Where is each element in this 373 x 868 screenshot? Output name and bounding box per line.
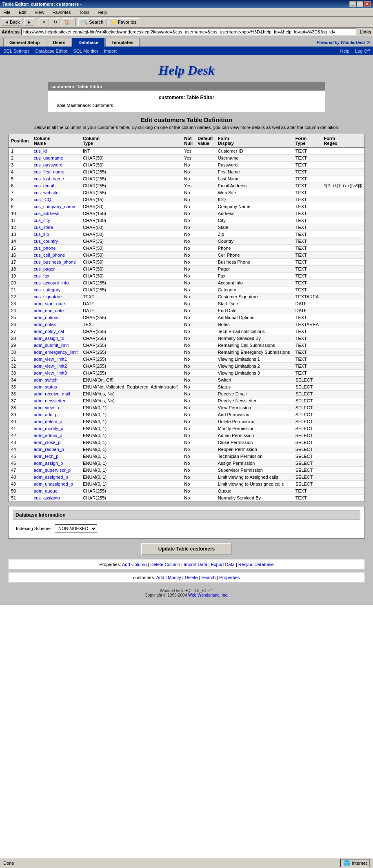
- tab-templates[interactable]: Templates: [105, 38, 140, 47]
- close-button[interactable]: ✕: [364, 1, 371, 7]
- resync-database-link[interactable]: Resync Database: [238, 562, 274, 567]
- delete-column-link[interactable]: Delete Column: [151, 562, 180, 567]
- column-link[interactable]: cus_signature: [34, 294, 62, 299]
- column-link[interactable]: cus_pager: [34, 266, 55, 271]
- footer-link[interactable]: Web Wonderland, Inc.: [188, 593, 229, 597]
- stop-button[interactable]: ✕: [40, 18, 49, 26]
- table-row: 24 adm_end_date DATE No End Date DATE: [9, 307, 364, 314]
- column-link[interactable]: adm_add_p: [34, 412, 58, 417]
- tab-users[interactable]: Users: [47, 38, 72, 47]
- column-link[interactable]: cus_cell_phone: [34, 253, 65, 258]
- column-link[interactable]: adm_queue: [34, 488, 58, 493]
- column-link[interactable]: adm_switch: [34, 377, 58, 382]
- column-link[interactable]: adm_newsletter: [34, 398, 66, 403]
- menu-file[interactable]: File: [2, 9, 12, 16]
- tab-database[interactable]: Database: [72, 38, 104, 47]
- column-link[interactable]: cus_city: [34, 218, 50, 223]
- column-link[interactable]: adm_assign_p: [34, 461, 63, 466]
- column-link[interactable]: cus_zip: [34, 232, 49, 237]
- column-link[interactable]: adm_view_limit2: [34, 364, 67, 369]
- subnav-database-editor[interactable]: Database Editor: [35, 49, 67, 53]
- maximize-button[interactable]: □: [357, 1, 363, 7]
- menu-help[interactable]: Help: [96, 9, 109, 16]
- export-data-link[interactable]: Export Data: [211, 562, 235, 567]
- column-link[interactable]: adm_status: [34, 384, 57, 389]
- column-link[interactable]: cus_country: [34, 239, 58, 244]
- column-link[interactable]: adm_assign_to: [34, 336, 64, 341]
- customers-add-link[interactable]: Add: [156, 575, 164, 580]
- column-link[interactable]: adm_reopen_p: [34, 447, 64, 452]
- column-link[interactable]: cus_id: [34, 149, 47, 153]
- column-link[interactable]: adm_close_p: [34, 440, 60, 445]
- column-link[interactable]: adm_start_date: [34, 301, 65, 306]
- column-link[interactable]: adm_modify_p: [34, 426, 63, 431]
- column-link[interactable]: adm_submit_limit: [34, 343, 69, 348]
- column-link[interactable]: adm_tech_p: [34, 454, 59, 459]
- column-link[interactable]: adm_admin_p: [34, 433, 62, 438]
- column-link[interactable]: adm_options: [34, 315, 60, 320]
- cell-position: 2: [9, 155, 31, 162]
- cell-not-null: No: [182, 370, 195, 377]
- subnav-help[interactable]: Help: [340, 49, 349, 53]
- column-link[interactable]: adm_delete_p: [34, 419, 62, 424]
- indexing-select[interactable]: NONINDEXED INDEXED: [55, 524, 97, 533]
- column-link[interactable]: cus_email: [34, 183, 54, 188]
- refresh-button[interactable]: ↻: [51, 18, 60, 26]
- column-link[interactable]: adm_assigned_p: [34, 475, 68, 480]
- menu-view[interactable]: View: [33, 9, 46, 16]
- cell-form-type: SELECT: [293, 384, 322, 391]
- column-link[interactable]: cus_address: [34, 211, 59, 216]
- column-link[interactable]: cus_website: [34, 190, 59, 195]
- column-link[interactable]: cus_password: [34, 162, 62, 167]
- column-link[interactable]: cus_phone: [34, 246, 56, 251]
- column-link[interactable]: cus_business_phone: [34, 260, 76, 264]
- favorites-button[interactable]: ⭐ Favorites: [109, 18, 139, 26]
- search-button[interactable]: 🔍 Search: [78, 18, 107, 26]
- column-link[interactable]: cus_account_info: [34, 280, 69, 285]
- column-link[interactable]: cus_category: [34, 287, 60, 292]
- add-column-link[interactable]: Add Column: [122, 562, 147, 567]
- column-link[interactable]: adm_notify_cat: [34, 329, 64, 334]
- minimize-button[interactable]: _: [349, 1, 356, 7]
- back-button[interactable]: ◄ Back: [2, 18, 22, 26]
- column-link[interactable]: adm_view_limit1: [34, 357, 67, 362]
- column-link[interactable]: adm_notes: [34, 322, 56, 327]
- table-row: 8 cus_ICQ CHAR(15) No ICQ TEXT: [9, 196, 364, 203]
- column-link[interactable]: adm_supervisor_p: [34, 468, 71, 473]
- column-link[interactable]: adm_view_limit3: [34, 371, 67, 375]
- address-input[interactable]: [21, 29, 356, 35]
- column-link[interactable]: cus_username: [34, 155, 63, 160]
- column-link[interactable]: adm_end_date: [34, 308, 64, 313]
- update-table-button[interactable]: Update Table customers: [141, 543, 232, 555]
- home-button[interactable]: 🏠: [62, 18, 73, 26]
- menu-tools[interactable]: Tools: [78, 9, 91, 16]
- subnav-logoff[interactable]: Log Off: [355, 49, 370, 53]
- customers-delete-link[interactable]: Delete: [185, 575, 198, 580]
- subnav-sql-settings[interactable]: SQL Settings: [3, 49, 29, 53]
- customers-search-link[interactable]: Search: [202, 575, 216, 580]
- column-link[interactable]: cus_last_name: [34, 176, 64, 181]
- column-link[interactable]: adm_receive_mail: [34, 391, 70, 396]
- column-link[interactable]: cus_first_name: [34, 169, 64, 174]
- customers-properties-link[interactable]: Properties: [219, 575, 240, 580]
- forward-button[interactable]: ►: [24, 18, 34, 26]
- column-link[interactable]: cus_ICQ: [34, 197, 51, 202]
- column-link[interactable]: adm_emergency_limit: [34, 350, 78, 355]
- column-link[interactable]: cus_company_name: [34, 204, 75, 209]
- column-link[interactable]: adm_view_p: [34, 405, 59, 410]
- tab-general-setup[interactable]: General Setup: [3, 38, 46, 47]
- links-button[interactable]: Links: [360, 29, 371, 34]
- cell-name: cus_signature: [31, 293, 80, 300]
- subnav-sql-monitor[interactable]: SQL Monitor: [73, 49, 98, 53]
- cell-type: CHAR(35): [80, 238, 182, 245]
- menu-favorites[interactable]: Favorites: [51, 9, 72, 16]
- column-link[interactable]: cus_assignto: [34, 495, 60, 500]
- menu-edit[interactable]: Edit: [17, 9, 28, 16]
- import-data-link[interactable]: Import Data: [184, 562, 207, 567]
- customers-modify-link[interactable]: Modify: [168, 575, 181, 580]
- column-link[interactable]: adm_unassigned_p: [34, 482, 73, 486]
- column-link[interactable]: cus_fax: [34, 273, 49, 278]
- subnav-import[interactable]: Import: [104, 49, 117, 53]
- table-row: 16 cus_cell_phone CHAR(50) No Cell Phone…: [9, 252, 364, 259]
- column-link[interactable]: cus_state: [34, 225, 53, 230]
